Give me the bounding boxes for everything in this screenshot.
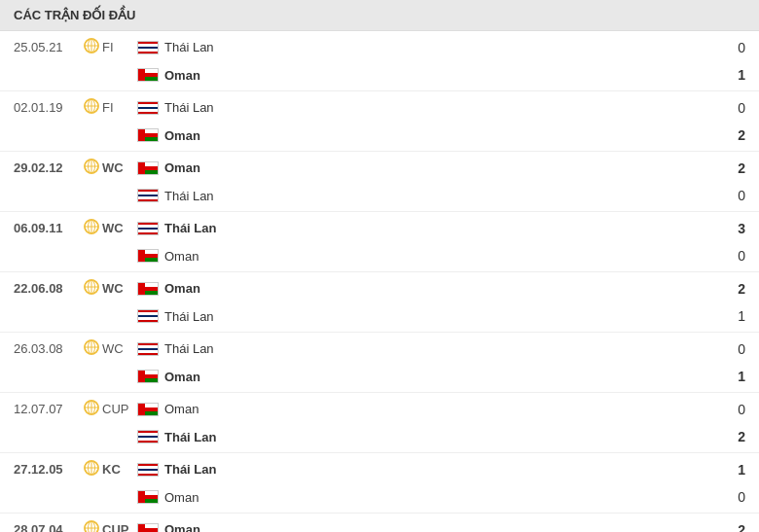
- comp-label: CUP: [102, 402, 128, 416]
- team-name: Oman: [137, 370, 716, 384]
- match-row: Oman2: [0, 122, 759, 151]
- team-label: Thái Lan: [164, 221, 216, 235]
- match-comp: WC: [84, 279, 137, 298]
- match-comp: FI: [84, 98, 137, 117]
- team-score: 2: [716, 522, 745, 533]
- team-score: 0: [716, 248, 745, 264]
- team-label: Thái Lan: [164, 430, 216, 444]
- team-score: 0: [716, 402, 745, 417]
- match-group: 02.01.19 FIThái Lan0Oman2: [0, 91, 759, 152]
- globe-icon: [84, 38, 99, 56]
- team-name: Thái Lan: [137, 100, 716, 115]
- team-label: Thái Lan: [164, 189, 214, 203]
- match-group: 22.06.08 WCOman2Thái Lan1: [0, 272, 759, 333]
- team-name: Oman: [137, 160, 716, 175]
- match-row: Oman0: [0, 242, 759, 271]
- team-score: 2: [716, 127, 745, 143]
- main-container: CÁC TRẬN ĐỐI ĐẦU 25.05.21 FIThái Lan0Oma…: [0, 0, 759, 532]
- team-label: Thái Lan: [164, 100, 214, 115]
- flag-thailand: [137, 189, 159, 202]
- globe-icon: [84, 279, 99, 298]
- globe-icon: [84, 520, 99, 532]
- flag-oman: [137, 523, 159, 533]
- match-group: 29.02.12 WCOman2Thái Lan0: [0, 152, 759, 212]
- match-date: 26.03.08: [14, 341, 84, 356]
- match-comp: WC: [84, 339, 137, 358]
- team-score: 1: [716, 462, 745, 478]
- flag-thailand: [137, 41, 159, 54]
- flag-oman: [137, 490, 159, 504]
- team-name: Thái Lan: [137, 189, 716, 203]
- globe-icon: [84, 400, 99, 418]
- match-row: Oman1: [0, 61, 759, 90]
- match-group: 26.03.08 WCThái Lan0Oman1: [0, 333, 759, 393]
- team-score: 0: [716, 100, 745, 116]
- match-row: Thái Lan0: [0, 182, 759, 211]
- match-comp: FI: [84, 38, 137, 56]
- flag-oman: [137, 370, 159, 383]
- match-row: 29.02.12 WCOman2: [0, 152, 759, 182]
- match-row: 06.09.11 WCThái Lan3: [0, 212, 759, 242]
- team-label: Oman: [164, 402, 199, 416]
- team-score: 0: [716, 188, 745, 203]
- match-comp: CUP: [84, 400, 137, 418]
- match-group: 25.05.21 FIThái Lan0Oman1: [0, 31, 759, 91]
- flag-oman: [137, 161, 159, 175]
- match-comp: CUP: [84, 520, 137, 532]
- team-name: Oman: [137, 490, 716, 505]
- match-date: 22.06.08: [14, 281, 84, 296]
- match-row: Thái Lan1: [0, 302, 759, 332]
- globe-icon: [84, 460, 99, 479]
- match-date: 06.09.11: [14, 221, 84, 235]
- team-name: Thái Lan: [137, 462, 716, 477]
- comp-label: WC: [102, 221, 124, 235]
- match-group: 12.07.07 CUPOman0Thái Lan2: [0, 393, 759, 453]
- match-row: Thái Lan2: [0, 423, 759, 452]
- match-comp: WC: [84, 219, 137, 237]
- team-name: Oman: [137, 128, 716, 143]
- match-row: 25.05.21 FIThái Lan0: [0, 31, 759, 61]
- comp-label: WC: [102, 281, 124, 296]
- comp-label: WC: [102, 160, 124, 175]
- team-name: Thái Lan: [137, 309, 716, 324]
- flag-thailand: [137, 463, 159, 477]
- team-label: Thái Lan: [164, 462, 216, 477]
- match-row: 22.06.08 WCOman2: [0, 272, 759, 302]
- match-date: 02.01.19: [14, 100, 84, 115]
- section-title: CÁC TRẬN ĐỐI ĐẦU: [0, 0, 759, 31]
- team-name: Thái Lan: [137, 430, 716, 444]
- match-row: 26.03.08 WCThái Lan0: [0, 333, 759, 363]
- comp-label: FI: [102, 40, 114, 54]
- match-date: 29.02.12: [14, 160, 84, 175]
- flag-thailand: [137, 342, 159, 356]
- team-score: 1: [716, 369, 745, 384]
- team-label: Oman: [164, 249, 199, 264]
- globe-icon: [84, 219, 99, 237]
- team-name: Oman: [137, 522, 716, 532]
- team-score: 3: [716, 221, 745, 236]
- flag-oman: [137, 282, 159, 296]
- flag-oman: [137, 68, 159, 82]
- matches-list: 25.05.21 FIThái Lan0Oman102.01.19 FIThái…: [0, 31, 759, 532]
- team-label: Thái Lan: [164, 309, 214, 324]
- comp-label: FI: [102, 100, 114, 115]
- flag-oman: [137, 128, 159, 142]
- team-label: Oman: [164, 68, 200, 83]
- team-label: Oman: [164, 370, 200, 384]
- team-score: 2: [716, 160, 745, 176]
- team-score: 2: [716, 429, 745, 444]
- team-label: Oman: [164, 490, 199, 505]
- match-row: 28.07.04 CUPOman2: [0, 514, 759, 532]
- team-name: Thái Lan: [137, 40, 716, 54]
- team-label: Thái Lan: [164, 40, 214, 54]
- team-name: Thái Lan: [137, 221, 716, 235]
- globe-icon: [84, 159, 99, 177]
- flag-thailand: [137, 309, 159, 323]
- flag-oman: [137, 403, 159, 416]
- match-group: 06.09.11 WCThái Lan3Oman0: [0, 212, 759, 272]
- match-group: 27.12.05 KCThái Lan1Oman0: [0, 453, 759, 514]
- globe-icon: [84, 339, 99, 358]
- match-row: Oman1: [0, 363, 759, 392]
- match-row: Oman0: [0, 483, 759, 513]
- comp-label: WC: [102, 341, 124, 356]
